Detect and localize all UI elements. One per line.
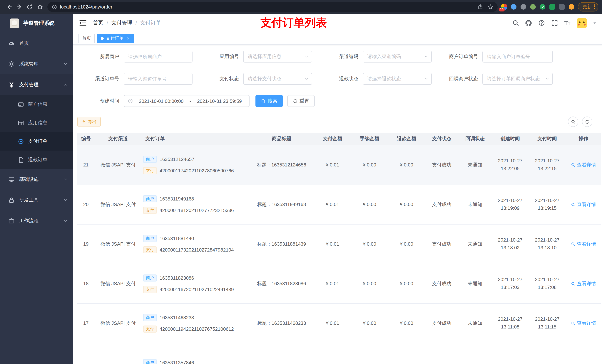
browser-update-button[interactable]: 更新 [578, 2, 598, 11]
filter-channel-order-no: 渠道订单号 [77, 73, 197, 85]
table-row[interactable]: 20 微信 JSAPI 支付 商户1635311949168 支付4200001… [77, 185, 601, 224]
view-detail-link[interactable]: 查看详情 [571, 280, 596, 287]
github-icon[interactable] [525, 20, 532, 26]
create-time: 2021-10-27 13:22:05 [492, 145, 529, 185]
order-id: 17 [77, 303, 94, 343]
toolbar-refresh-button[interactable] [582, 116, 592, 127]
fee-amount: ¥ 0.00 [351, 185, 388, 224]
date-start[interactable]: 2021-10-01 00:00:00 [135, 98, 187, 104]
filter-channel-code: 渠道编码 请输入渠道编码 [317, 51, 436, 62]
home-icon[interactable] [35, 2, 45, 12]
refund-status-select[interactable]: 请选择退款状态 [363, 73, 432, 85]
reload-icon[interactable] [24, 2, 35, 12]
address-bar[interactable]: localhost:1024/pay/order [47, 2, 498, 12]
refund-amount: ¥ 0.00 [388, 224, 425, 264]
share-icon[interactable] [478, 4, 483, 10]
sidebar-item-merchant-info[interactable]: 商户信息 [0, 95, 73, 114]
table-row[interactable]: 商户1635311357846 [77, 343, 601, 364]
search-icon[interactable] [512, 20, 519, 26]
view-detail-link[interactable]: 查看详情 [571, 320, 596, 326]
sidebar-item-infra[interactable]: 基础设施 [0, 169, 73, 190]
user-avatar[interactable] [577, 18, 587, 28]
pay-amount: ¥ 0.01 [314, 185, 351, 224]
notify-status: 未通知 [458, 264, 492, 303]
font-size-icon[interactable] [564, 20, 571, 26]
url-text[interactable]: localhost:1024/pay/order [60, 4, 112, 10]
pay-tag: 支付 [143, 286, 157, 293]
sidebar-item-home[interactable]: 首页 [0, 33, 73, 54]
view-detail-link[interactable]: 查看详情 [571, 241, 596, 247]
extension-icon[interactable] [549, 4, 555, 10]
tab-home[interactable]: 首页 [78, 33, 95, 43]
pay-tag: 支付 [143, 207, 157, 214]
extension-icon[interactable] [559, 4, 565, 10]
notify-status: 未通知 [458, 145, 492, 185]
sidebar-item-system[interactable]: 系统管理 [0, 54, 73, 74]
pay-order-cell: 商户1635312124657 支付4200001174202110278060… [142, 145, 249, 185]
sidebar-item-payment[interactable]: 支付管理 [0, 74, 73, 95]
app-id-select[interactable]: 请选择应用信息 [243, 51, 312, 62]
breadcrumb-payment[interactable]: 支付管理 [111, 20, 132, 26]
pay-amount: ¥ 0.01 [314, 145, 351, 185]
search-button[interactable]: 搜索 [256, 95, 283, 107]
table-header-row: 编号 支付渠道 支付订单 商品标题 支付金额 手续金额 退款金额 支付状态 回调… [77, 133, 601, 145]
back-icon[interactable] [4, 2, 14, 12]
close-icon[interactable] [126, 36, 130, 41]
notify-status-select[interactable]: 请选择订单回调商户状态 [483, 73, 553, 85]
extension-icon[interactable] [569, 4, 574, 10]
pay-status-select[interactable]: 请选择支付状态 [243, 73, 312, 85]
sidebar-item-app-info[interactable]: 应用信息 [0, 114, 73, 132]
refund-amount: ¥ 0.00 [388, 185, 425, 224]
reset-button[interactable]: 重置 [287, 95, 315, 107]
tab-pay-order[interactable]: 支付订单 [97, 33, 134, 43]
pay-tag: 支付 [143, 325, 157, 332]
order-table: 编号 支付渠道 支付订单 商品标题 支付金额 手续金额 退款金额 支付状态 回调… [77, 133, 601, 364]
chevron-down-icon [63, 198, 68, 202]
fullscreen-icon[interactable] [551, 20, 558, 26]
chevron-down-icon [304, 77, 309, 81]
channel-code-select[interactable]: 请输入渠道编码 [363, 51, 432, 62]
help-icon[interactable] [538, 20, 545, 26]
merchant-input[interactable] [124, 51, 193, 62]
table-row[interactable]: 21 微信 JSAPI 支付 商户1635312124657 支付4200001… [77, 145, 601, 185]
pay-time: 2021-10-27 13:19:15 [529, 185, 566, 224]
sidebar-item-workflow[interactable]: 工作流程 [0, 210, 73, 231]
extension-icon[interactable] [511, 4, 516, 10]
date-end[interactable]: 2021-10-31 23:59:59 [193, 98, 246, 104]
notify-status: 未通知 [458, 185, 492, 224]
toolbar-search-toggle-button[interactable] [568, 116, 578, 127]
extension-icon[interactable]: 10 [501, 4, 507, 10]
filter-merchant: 所属商户 [77, 51, 197, 62]
extension-icon[interactable] [521, 4, 526, 10]
product-title: 标题：1635311881439 [249, 224, 314, 264]
sidebar-item-refund-order[interactable]: 退款订单 [0, 151, 73, 169]
table-row[interactable]: 17 微信 JSAPI 支付 商户1635311468233 支付4200001… [77, 303, 601, 343]
sidebar-item-pay-order[interactable]: 支付订单 [0, 132, 73, 151]
app-logo[interactable]: 芋道管理系统 [0, 14, 73, 33]
payment-submenu: 商户信息 应用信息 支付订单 退款订单 [0, 95, 73, 169]
notify-status: 未通知 [458, 303, 492, 343]
merchant-order-no-input[interactable] [483, 51, 553, 62]
channel-order-no-input[interactable] [124, 73, 193, 85]
forward-icon[interactable] [14, 2, 24, 12]
browser-menu-icon[interactable] [594, 4, 595, 9]
export-button[interactable]: 导出 [77, 117, 101, 126]
download-icon [81, 119, 86, 124]
extension-icon[interactable] [530, 4, 536, 10]
table-row[interactable]: 18 微信 JSAPI 支付 商户1635311823086 支付4200001… [77, 264, 601, 303]
product-title: 标题：1635311468233 [249, 303, 314, 343]
caret-down-icon[interactable] [593, 21, 597, 25]
menu-fold-icon[interactable] [79, 19, 87, 27]
extension-icon[interactable] [540, 4, 545, 10]
sidebar-item-devtools[interactable]: 研发工具 [0, 190, 73, 210]
extension-badge: 10 [499, 8, 505, 11]
breadcrumb-home[interactable]: 首页 [93, 20, 103, 26]
view-detail-link[interactable]: 查看详情 [571, 201, 596, 208]
order-id: 20 [77, 185, 94, 224]
view-detail-link[interactable]: 查看详情 [571, 161, 596, 168]
bookmark-star-icon[interactable] [488, 4, 493, 10]
date-range-picker[interactable]: 2021-10-01 00:00:00 - 2021-10-31 23:59:5… [124, 95, 249, 107]
site-info-icon[interactable] [52, 4, 57, 10]
table-row[interactable]: 19 微信 JSAPI 支付 商户1635311881440 支付4200001… [77, 224, 601, 264]
pay-amount: ¥ 0.01 [314, 264, 351, 303]
